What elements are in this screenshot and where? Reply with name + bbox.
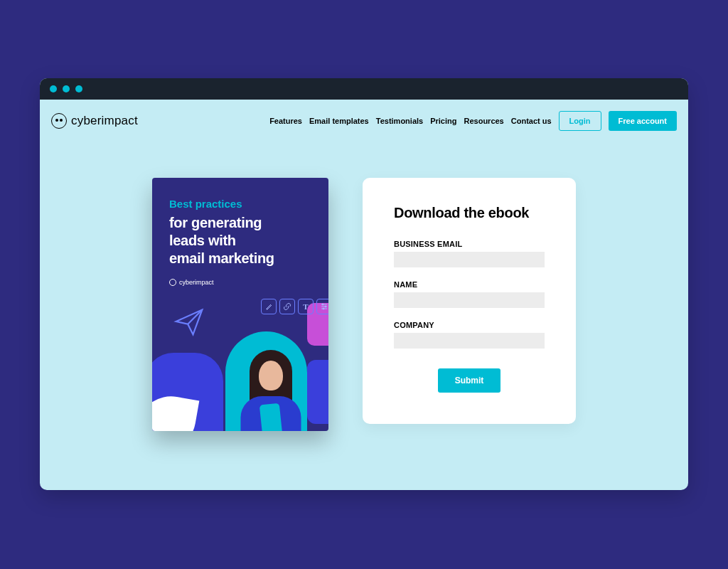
svg-point-5 bbox=[323, 308, 324, 309]
page-content: Best practices for generating leads with… bbox=[40, 142, 688, 431]
nav-pricing[interactable]: Pricing bbox=[430, 117, 456, 125]
logo-text: cyberimpact bbox=[71, 114, 138, 128]
submit-button[interactable]: Submit bbox=[438, 368, 501, 393]
ebook-title-line: for generating bbox=[169, 215, 262, 230]
svg-point-3 bbox=[322, 304, 323, 305]
login-button[interactable]: Login bbox=[559, 111, 601, 131]
site-header: cyberimpact Features Email templates Tes… bbox=[40, 100, 688, 142]
ebook-tagline: Best practices bbox=[169, 198, 311, 210]
text-icon: T bbox=[298, 299, 314, 314]
window-control-maximize-icon[interactable] bbox=[75, 85, 82, 92]
phone-icon bbox=[259, 403, 282, 431]
ebook-brand: cyberimpact bbox=[169, 279, 311, 286]
free-account-button[interactable]: Free account bbox=[609, 111, 677, 131]
field-label: COMPANY bbox=[394, 321, 545, 329]
browser-titlebar bbox=[40, 78, 688, 100]
link-icon bbox=[279, 299, 295, 314]
nav-contact[interactable]: Contact us bbox=[511, 117, 552, 125]
company-input[interactable] bbox=[394, 333, 545, 349]
field-name: NAME bbox=[394, 280, 545, 308]
browser-window: cyberimpact Features Email templates Tes… bbox=[40, 78, 688, 490]
window-control-minimize-icon[interactable] bbox=[63, 85, 70, 92]
tool-icons-row: T bbox=[261, 299, 328, 314]
eyedropper-icon bbox=[261, 299, 277, 314]
nav-features[interactable]: Features bbox=[269, 117, 302, 125]
ebook-cover: Best practices for generating leads with… bbox=[152, 178, 328, 431]
top-nav: Features Email templates Testimonials Pr… bbox=[269, 111, 677, 131]
owl-logo-icon bbox=[169, 279, 176, 286]
business-email-input[interactable] bbox=[394, 252, 545, 267]
field-label: BUSINESS EMAIL bbox=[394, 240, 545, 248]
download-form-card: Download the ebook BUSINESS EMAIL NAME C… bbox=[363, 178, 576, 424]
nav-email-templates[interactable]: Email templates bbox=[309, 117, 369, 125]
window-control-close-icon[interactable] bbox=[50, 85, 57, 92]
field-label: NAME bbox=[394, 280, 545, 289]
nav-resources[interactable]: Resources bbox=[464, 117, 503, 125]
owl-logo-icon bbox=[51, 113, 67, 129]
ebook-brand-text: cyberimpact bbox=[179, 279, 214, 286]
sliders-icon bbox=[316, 299, 328, 314]
svg-point-4 bbox=[325, 306, 326, 307]
name-input[interactable] bbox=[394, 292, 545, 308]
ebook-title-line: email marketing bbox=[169, 250, 274, 266]
decorative-shape bbox=[307, 360, 328, 424]
field-company: COMPANY bbox=[394, 321, 545, 349]
person-illustration bbox=[237, 350, 304, 431]
form-title: Download the ebook bbox=[394, 205, 545, 221]
field-business-email: BUSINESS EMAIL bbox=[394, 240, 545, 267]
paper-plane-icon bbox=[173, 306, 205, 337]
logo[interactable]: cyberimpact bbox=[51, 113, 138, 129]
ebook-title: for generating leads with email marketin… bbox=[169, 214, 311, 267]
ebook-title-line: leads with bbox=[169, 233, 236, 248]
nav-testimonials[interactable]: Testimonials bbox=[376, 117, 423, 125]
